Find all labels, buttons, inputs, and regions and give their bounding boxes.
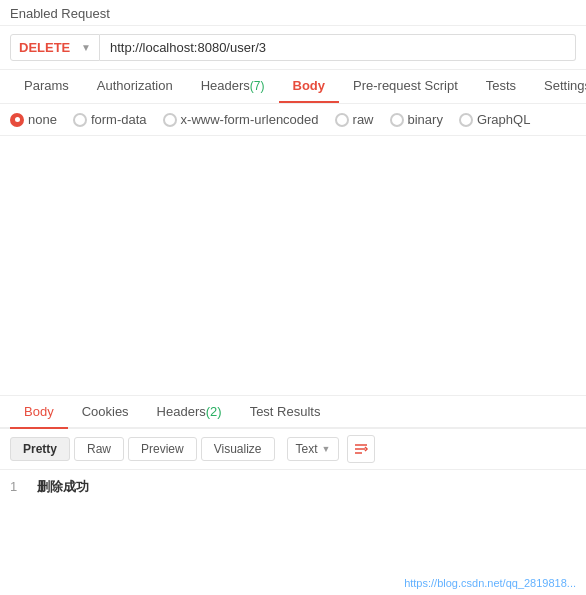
radio-graphql[interactable]: GraphQL xyxy=(459,112,530,127)
format-dropdown[interactable]: Text ▼ xyxy=(287,437,340,461)
radio-dot-binary xyxy=(390,113,404,127)
page-title: Enabled Request xyxy=(0,0,586,26)
radio-dot-graphql xyxy=(459,113,473,127)
url-bar: DELETE ▼ xyxy=(0,26,586,70)
tab-params[interactable]: Params xyxy=(10,70,83,103)
radio-x-www-form-urlencoded[interactable]: x-www-form-urlencoded xyxy=(163,112,319,127)
tab-authorization[interactable]: Authorization xyxy=(83,70,187,103)
res-tab-cookies[interactable]: Cookies xyxy=(68,396,143,429)
body-content-area xyxy=(0,136,586,396)
tab-tests[interactable]: Tests xyxy=(472,70,530,103)
tab-settings[interactable]: Settings xyxy=(530,70,586,103)
res-tab-test-results[interactable]: Test Results xyxy=(236,396,335,429)
visualize-button[interactable]: Visualize xyxy=(201,437,275,461)
body-options: none form-data x-www-form-urlencoded raw… xyxy=(0,104,586,136)
wrap-lines-icon xyxy=(353,441,369,457)
wrap-icon[interactable] xyxy=(347,435,375,463)
tab-headers[interactable]: Headers(7) xyxy=(187,70,279,103)
format-label: Text xyxy=(296,442,318,456)
response-toolbar: Pretty Raw Preview Visualize Text ▼ xyxy=(0,429,586,470)
tab-pre-request-script[interactable]: Pre-request Script xyxy=(339,70,472,103)
line-number: 1 xyxy=(10,479,17,494)
radio-raw[interactable]: raw xyxy=(335,112,374,127)
format-chevron-icon: ▼ xyxy=(322,444,331,454)
watermark: https://blog.csdn.net/qq_2819818... xyxy=(404,577,576,589)
res-tab-body[interactable]: Body xyxy=(10,396,68,429)
res-tab-headers[interactable]: Headers(2) xyxy=(143,396,236,429)
url-input[interactable] xyxy=(100,34,576,61)
pretty-button[interactable]: Pretty xyxy=(10,437,70,461)
radio-dot-raw xyxy=(335,113,349,127)
preview-button[interactable]: Preview xyxy=(128,437,197,461)
response-tabs: Body Cookies Headers(2) Test Results xyxy=(0,396,586,429)
response-text: 删除成功 xyxy=(37,479,89,494)
method-select[interactable]: DELETE ▼ xyxy=(10,34,100,61)
request-tabs: Params Authorization Headers(7) Body Pre… xyxy=(0,70,586,104)
tab-body[interactable]: Body xyxy=(279,70,340,103)
radio-form-data[interactable]: form-data xyxy=(73,112,147,127)
radio-binary[interactable]: binary xyxy=(390,112,443,127)
radio-none[interactable]: none xyxy=(10,112,57,127)
radio-dot-none xyxy=(10,113,24,127)
radio-dot-x-www xyxy=(163,113,177,127)
method-label: DELETE xyxy=(19,40,70,55)
radio-dot-form-data xyxy=(73,113,87,127)
response-body: 1 删除成功 xyxy=(0,470,586,504)
raw-button[interactable]: Raw xyxy=(74,437,124,461)
method-chevron-icon: ▼ xyxy=(81,42,91,53)
